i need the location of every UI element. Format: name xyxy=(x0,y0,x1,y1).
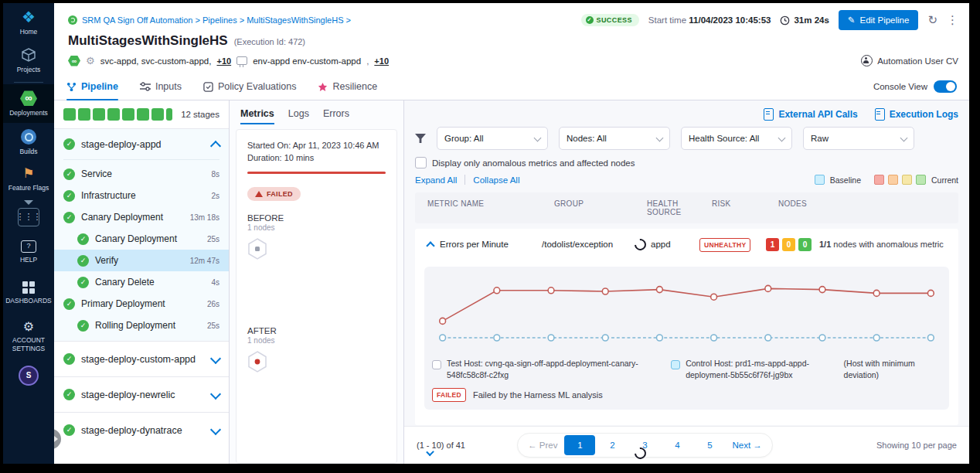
chevron-down-icon[interactable] xyxy=(210,388,221,399)
pagination-range: (1 - 10) of 41 xyxy=(417,441,465,450)
tab-pipeline[interactable]: Pipeline xyxy=(66,73,118,100)
pipeline-icon xyxy=(66,82,77,92)
min-deviation-note: (Host with minimum deviation) xyxy=(844,358,951,381)
document-icon xyxy=(764,108,774,121)
control-host-checkbox[interactable] xyxy=(671,360,680,369)
breadcrumb[interactable]: SRM QA Sign Off Automation > Pipelines >… xyxy=(82,15,351,25)
console-view-toggle[interactable] xyxy=(934,80,957,93)
before-node-hexagon[interactable] xyxy=(247,238,267,260)
step-service[interactable]: ✓ Service 8s xyxy=(54,163,229,185)
refresh-icon[interactable]: ↻ xyxy=(927,13,937,27)
success-check-icon: ✓ xyxy=(77,233,89,245)
page-button-1[interactable]: 1 xyxy=(564,435,595,455)
table-row[interactable]: Errors per Minute /todolist/exception ap… xyxy=(415,229,958,260)
step-rolling-deployment[interactable]: ✓ Rolling Deployment 25s xyxy=(54,315,229,336)
page-button-5[interactable]: 5 xyxy=(694,435,725,455)
stage-row-dynatrace[interactable]: ✓ stage-deploy-dynatrace xyxy=(54,412,229,447)
expanded-stage: ✓ stage-deploy-appd ✓ Service 8s ✓ Infra… xyxy=(54,129,229,341)
step-canary-deployment-group[interactable]: ✓ Canary Deployment 13m 18s xyxy=(54,206,229,228)
edit-pipeline-button[interactable]: ✎Edit Pipeline xyxy=(839,10,919,30)
test-host-checkbox[interactable] xyxy=(432,360,441,369)
home-icon: ❖ xyxy=(22,9,36,25)
tab-resilience[interactable]: Resilience xyxy=(318,73,377,100)
step-verify[interactable]: ✓ Verify 12m 47s xyxy=(54,250,229,271)
nav-builds[interactable]: Builds xyxy=(3,123,54,161)
success-check-icon: ✓ xyxy=(77,277,89,288)
verification-progress-bar xyxy=(247,172,386,174)
prev-page-button[interactable]: ← Prev xyxy=(522,435,563,455)
group-filter-select[interactable]: Group: All xyxy=(437,127,548,150)
gear-icon: ⚙ xyxy=(23,321,34,333)
user-avatar[interactable]: S xyxy=(19,366,39,386)
nav-help[interactable]: ? HELP xyxy=(3,234,54,269)
start-time-label: Start time xyxy=(648,15,686,25)
expand-all-link[interactable]: Expand All xyxy=(415,175,457,185)
chevron-down-icon[interactable] xyxy=(24,200,33,205)
chevron-down-icon[interactable] xyxy=(210,352,221,363)
next-page-button[interactable]: Next → xyxy=(726,435,767,455)
nav-deployments[interactable]: ∞ Deployments xyxy=(3,84,54,122)
duration-value: 31m 24s xyxy=(794,15,829,25)
step-infrastructure[interactable]: ✓ Infrastructure 2s xyxy=(54,185,229,206)
success-check-icon: ✓ xyxy=(63,168,75,180)
after-node-hexagon[interactable] xyxy=(247,351,267,373)
step-canary-delete[interactable]: ✓ Canary Delete 4s xyxy=(54,271,229,293)
environment-icon xyxy=(236,56,247,65)
health-source-filter-select[interactable]: Health Source: All xyxy=(681,127,792,150)
tab-inputs[interactable]: Inputs xyxy=(140,73,182,100)
collapse-all-link[interactable]: Collapse All xyxy=(473,175,519,185)
document-icon xyxy=(875,108,885,121)
before-nodes: 1 nodes xyxy=(247,223,386,232)
tab-errors[interactable]: Errors xyxy=(323,108,349,124)
kebab-menu-icon[interactable]: ⋮ xyxy=(947,13,958,27)
failed-status-badge: FAILED xyxy=(247,187,301,201)
chevron-down-icon xyxy=(534,134,542,141)
check-icon: ✓ xyxy=(586,16,594,24)
nav-dashboards[interactable]: DASHBOARDS xyxy=(3,275,54,310)
chevron-down-icon[interactable] xyxy=(210,424,221,434)
test-host-legend[interactable]: Test Host: cvng-qa-sign-off-appd-deploym… xyxy=(432,358,666,381)
step-primary-deployment[interactable]: ✓ Primary Deployment 26s xyxy=(54,293,229,315)
nav-label: Home xyxy=(20,28,38,36)
nav-label: Projects xyxy=(17,66,41,73)
display-mode-select[interactable]: Raw xyxy=(803,127,914,150)
tab-policy-evaluations[interactable]: Policy Evaluations xyxy=(203,73,296,100)
nav-projects[interactable]: Projects xyxy=(3,41,54,79)
success-check-icon: ✓ xyxy=(63,190,75,202)
nav-account-settings[interactable]: ⚙ ACCOUNT SETTINGS xyxy=(3,315,54,357)
envs-more-link[interactable]: +10 xyxy=(374,56,389,66)
after-label: AFTER xyxy=(247,326,386,335)
user-icon xyxy=(861,55,873,66)
step-canary-deployment[interactable]: ✓ Canary Deployment 25s xyxy=(54,228,229,250)
control-host-legend[interactable]: Control Host: prd1-ms-appd-appd-deployme… xyxy=(671,358,839,381)
module-picker-icon[interactable]: ⋮⋮⋮ xyxy=(18,208,39,226)
inputs-icon xyxy=(140,82,151,91)
execution-logs-link[interactable]: Execution Logs xyxy=(875,108,958,121)
collapse-row-icon[interactable] xyxy=(426,241,434,250)
stage-row-custom-appd[interactable]: ✓ stage-deploy-custom-appd xyxy=(54,341,229,376)
filter-icon[interactable] xyxy=(415,134,426,143)
tab-metrics[interactable]: Metrics xyxy=(240,108,274,124)
main-area: SRM QA Sign Off Automation > Pipelines >… xyxy=(54,3,969,464)
nodes-filter-select[interactable]: Nodes: All xyxy=(559,127,670,150)
metric-comparison-chart[interactable] xyxy=(432,274,941,350)
stage-row-newrelic[interactable]: ✓ stage-deploy-newrelic xyxy=(54,376,229,412)
chevron-down-icon xyxy=(900,134,908,141)
chart-color-legend: Baseline Current xyxy=(815,175,958,185)
external-api-calls-link[interactable]: External API Calls xyxy=(764,108,857,121)
stage-row-appd[interactable]: ✓ stage-deploy-appd xyxy=(54,129,229,159)
app-window: ❖ Home Projects ∞ Deployments Builds ⚑ F… xyxy=(3,3,969,464)
chevron-up-icon[interactable] xyxy=(210,140,221,151)
nav-home[interactable]: ❖ Home xyxy=(3,3,54,41)
start-time-value: 11/04/2023 10:45:53 xyxy=(689,15,771,25)
page-button-2[interactable]: 2 xyxy=(597,435,628,455)
nav-feature-flags[interactable]: ⚑ Feature Flags xyxy=(3,161,54,197)
divider xyxy=(63,159,219,160)
pagination-bar: (1 - 10) of 41 ← Prev 1 2 3 4 5 Next → S… xyxy=(404,426,969,464)
services-more-link[interactable]: +10 xyxy=(216,56,231,66)
success-check-icon: ✓ xyxy=(77,320,89,332)
anomalous-only-checkbox[interactable] xyxy=(415,157,427,168)
tab-logs[interactable]: Logs xyxy=(288,108,309,124)
anomalous-only-label: Display only anomalous metrics and affec… xyxy=(432,158,635,168)
page-button-4[interactable]: 4 xyxy=(662,435,692,455)
